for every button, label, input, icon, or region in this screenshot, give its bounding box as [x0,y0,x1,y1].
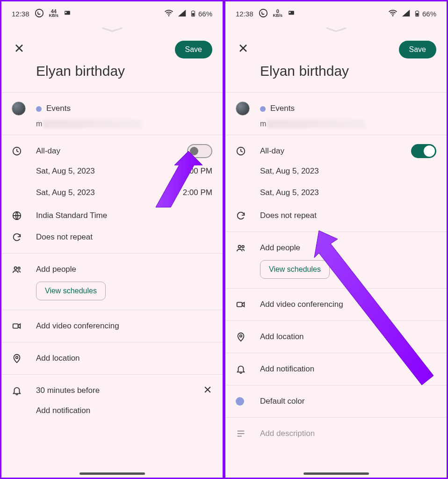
save-button[interactable]: Save [175,41,212,58]
drag-handle-icon[interactable] [225,27,447,36]
avatar-icon [12,102,26,116]
view-schedules-button[interactable]: View schedules [36,282,106,300]
svg-rect-6 [193,11,194,11]
calendar-color-dot [260,106,266,112]
event-title-input[interactable]: Elyan birthday [36,63,212,79]
start-date[interactable]: Sat, Aug 5, 2023 [36,167,95,176]
bell-icon [236,364,260,374]
svg-point-9 [14,267,17,270]
location-row[interactable]: Add location [236,327,436,346]
svg-point-12 [16,356,18,359]
svg-point-10 [18,267,20,269]
people-icon [12,264,36,275]
status-time: 12:38 [236,10,253,18]
end-date-row[interactable]: Sat, Aug 5, 2023 [236,182,436,203]
status-bar: 12:38 44 KB/s 66% [1,4,223,23]
cellular-icon [401,8,411,20]
status-bar: 12:38 0 KB/s 66% [225,4,447,23]
whatsapp-icon [34,8,44,20]
calendar-picker[interactable]: Events m [225,92,447,135]
add-people-row[interactable]: Add people [36,265,212,274]
view-schedules-button[interactable]: View schedules [260,260,330,279]
end-date[interactable]: Sat, Aug 5, 2023 [36,188,95,197]
end-date-row[interactable]: Sat, Aug 5, 2023 2:00 PM [12,182,212,203]
repeat-row[interactable]: Does not repeat [36,232,212,242]
video-conferencing-row[interactable]: Add video conferencing [12,317,212,335]
network-speed-icon: 0 KB/s [273,9,283,18]
people-section: Add people View schedules [1,253,223,310]
start-date-row[interactable]: Sat, Aug 5, 2023 [236,160,436,182]
account-initial: m [36,120,42,128]
calendar-picker[interactable]: Events m [1,92,223,135]
start-time[interactable]: 1:00 PM [183,167,212,176]
location-row[interactable]: Add location [12,349,212,368]
location-icon [12,353,36,363]
save-button[interactable]: Save [399,41,436,58]
account-email-redacted [267,120,365,128]
start-date[interactable]: Sat, Aug 5, 2023 [260,167,319,176]
drag-handle-icon[interactable] [1,27,223,36]
repeat-row[interactable]: Does not repeat [260,211,436,220]
event-title-input[interactable]: Elyan birthday [260,63,436,79]
people-section: Add people View schedules [225,232,447,288]
svg-rect-16 [289,12,290,13]
allday-label: All-day [260,146,411,156]
svg-point-25 [240,335,242,337]
calendar-color-dot [36,106,42,112]
account-email-redacted [43,120,141,128]
add-people-row[interactable]: Add people [260,243,436,253]
date-time-section: All-day Sat, Aug 5, 2023 1:00 PM Sat, Au… [1,135,223,253]
svg-rect-20 [417,11,418,11]
video-icon [12,321,36,331]
nav-pill[interactable] [303,472,369,475]
description-icon [236,428,260,439]
card-icon [63,10,72,18]
network-speed-icon: 44 KB/s [49,9,59,18]
add-notification-row[interactable]: Add notification [12,400,212,421]
close-icon[interactable] [238,43,249,57]
end-date[interactable]: Sat, Aug 5, 2023 [260,188,319,197]
screenshot-allday-off: 12:38 44 KB/s 66% [0,0,224,479]
notification-section: 30 minutes before Add notification [1,374,223,428]
globe-icon [12,210,36,221]
svg-rect-19 [416,13,419,16]
svg-point-14 [259,9,267,17]
end-time[interactable]: 2:00 PM [183,188,212,197]
clock-icon [12,146,36,156]
remove-notification-icon[interactable] [198,385,212,397]
svg-point-22 [238,246,241,248]
notification-item[interactable]: 30 minutes before [36,386,198,395]
description-row[interactable]: Add description [236,424,436,443]
video-icon [236,299,260,310]
timezone-row[interactable]: India Standard Time [36,211,212,220]
card-icon [287,10,296,18]
calendar-name: Events [270,104,295,113]
color-row[interactable]: Default color [236,392,436,411]
repeat-icon [236,210,260,221]
start-date-row[interactable]: Sat, Aug 5, 2023 1:00 PM [12,160,212,182]
svg-point-23 [242,246,244,248]
add-notification-row[interactable]: Add notification [236,360,436,378]
account-initial: m [260,120,266,128]
clock-icon [236,146,260,156]
allday-label: All-day [36,146,187,156]
calendar-name: Events [46,104,71,113]
svg-point-17 [392,15,394,16]
cellular-icon [177,8,187,20]
svg-rect-2 [65,12,66,13]
location-icon [236,332,260,342]
video-conferencing-row[interactable]: Add video conferencing [236,295,436,314]
allday-toggle[interactable] [411,144,436,158]
svg-rect-5 [192,13,195,16]
screenshot-allday-on: 12:38 0 KB/s 66% [224,0,448,479]
svg-point-0 [35,9,43,17]
close-icon[interactable] [14,43,25,57]
people-icon [236,243,260,253]
wifi-icon [164,8,174,20]
svg-point-3 [168,15,170,16]
nav-pill[interactable] [79,472,145,475]
status-time: 12:38 [12,10,29,18]
repeat-icon [12,232,36,242]
avatar-icon [236,102,250,116]
allday-toggle[interactable] [187,144,212,158]
